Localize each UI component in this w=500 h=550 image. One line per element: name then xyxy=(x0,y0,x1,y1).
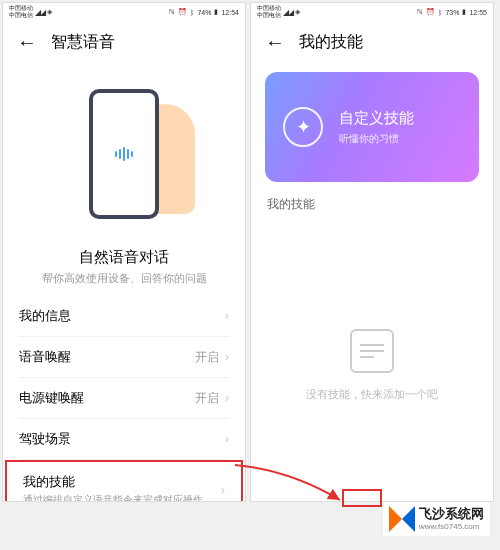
list-item-myskills[interactable]: 我的技能 通过编排自定义语音指令来完成对应操作 › xyxy=(7,462,241,502)
battery-icon: ▮ xyxy=(214,8,218,16)
chevron-right-icon: › xyxy=(225,391,229,405)
page-title: 智慧语音 xyxy=(51,32,115,53)
clock: 12:55 xyxy=(469,9,487,16)
sound-wave-icon xyxy=(115,147,133,161)
bluetooth-icon: ᛒ xyxy=(190,9,194,16)
list-item-voicewake[interactable]: 语音唤醒 开启 › xyxy=(3,337,245,377)
chevron-right-icon: › xyxy=(225,432,229,446)
list-sublabel: 通过编排自定义语音指令来完成对应操作 xyxy=(23,493,221,502)
status-bar: 中国移动 中国电信 ◢◢ ◈ ℕ ⏰ ᛒ 73% ▮ 12:55 xyxy=(251,3,493,21)
nfc-icon: ℕ xyxy=(417,8,423,16)
carrier-2: 中国电信 xyxy=(9,12,33,19)
empty-text: 没有技能，快来添加一个吧 xyxy=(251,387,493,402)
watermark-url: www.fs0745.com xyxy=(419,522,484,531)
battery-percent: 73% xyxy=(445,9,459,16)
back-icon[interactable]: ← xyxy=(265,31,285,54)
list-item-myinfo[interactable]: 我的信息 › xyxy=(3,296,245,336)
chevron-right-icon: › xyxy=(225,309,229,323)
alarm-icon: ⏰ xyxy=(426,8,435,16)
list-item-driving[interactable]: 驾驶场景 › xyxy=(3,419,245,459)
list-item-powerwake[interactable]: 电源键唤醒 开启 › xyxy=(3,378,245,418)
banner-title: 自定义技能 xyxy=(339,109,414,128)
phone-right: 中国移动 中国电信 ◢◢ ◈ ℕ ⏰ ᛒ 73% ▮ 12:55 ← 我的技能 … xyxy=(250,2,494,502)
highlight-annotation: 我的技能 通过编排自定义语音指令来完成对应操作 › xyxy=(5,460,243,502)
status-bar: 中国移动 中国电信 ◢◢ ◈ ℕ ⏰ ᛒ 74% ▮ 12:54 xyxy=(3,3,245,21)
carrier-1: 中国移动 xyxy=(257,5,281,12)
highlight-annotation-small xyxy=(342,489,382,507)
list-label: 语音唤醒 xyxy=(19,348,195,366)
battery-icon: ▮ xyxy=(462,8,466,16)
list-label: 我的技能 xyxy=(23,473,221,491)
list-value: 开启 xyxy=(195,349,219,366)
watermark: 飞沙系统网 www.fs0745.com xyxy=(383,502,490,536)
chevron-right-icon: › xyxy=(221,483,225,497)
alarm-icon: ⏰ xyxy=(178,8,187,16)
chevron-right-icon: › xyxy=(225,350,229,364)
banner-subtitle: 听懂你的习惯 xyxy=(339,132,414,146)
wifi-icon: ◈ xyxy=(295,8,300,16)
header: ← 我的技能 xyxy=(251,21,493,64)
signal-icon: ◢◢ xyxy=(35,8,45,17)
list-label: 我的信息 xyxy=(19,307,225,325)
illustration xyxy=(3,64,245,244)
custom-skill-banner[interactable]: ✦ 自定义技能 听懂你的习惯 xyxy=(265,72,479,182)
list-label: 电源键唤醒 xyxy=(19,389,195,407)
back-icon[interactable]: ← xyxy=(17,31,37,54)
carrier-2: 中国电信 xyxy=(257,12,281,19)
document-icon xyxy=(350,329,394,373)
battery-percent: 74% xyxy=(197,9,211,16)
illust-subtitle: 帮你高效使用设备、回答你的问题 xyxy=(3,271,245,286)
bluetooth-icon: ᛒ xyxy=(438,9,442,16)
illust-title: 自然语音对话 xyxy=(3,248,245,267)
signal-icon: ◢◢ xyxy=(283,8,293,17)
section-label: 我的技能 xyxy=(251,190,493,219)
page-title: 我的技能 xyxy=(299,32,363,53)
carrier-1: 中国移动 xyxy=(9,5,33,12)
empty-state: 没有技能，快来添加一个吧 xyxy=(251,329,493,402)
phone-left: 中国移动 中国电信 ◢◢ ◈ ℕ ⏰ ᛒ 74% ▮ 12:54 ← 智慧语音 xyxy=(2,2,246,502)
clock: 12:54 xyxy=(221,9,239,16)
magic-wand-icon: ✦ xyxy=(283,107,323,147)
nfc-icon: ℕ xyxy=(169,8,175,16)
phone-illust xyxy=(89,89,159,219)
watermark-name: 飞沙系统网 xyxy=(419,507,484,521)
list-label: 驾驶场景 xyxy=(19,430,225,448)
wifi-icon: ◈ xyxy=(47,8,52,16)
header: ← 智慧语音 xyxy=(3,21,245,64)
list-value: 开启 xyxy=(195,390,219,407)
watermark-logo-icon xyxy=(389,506,415,532)
